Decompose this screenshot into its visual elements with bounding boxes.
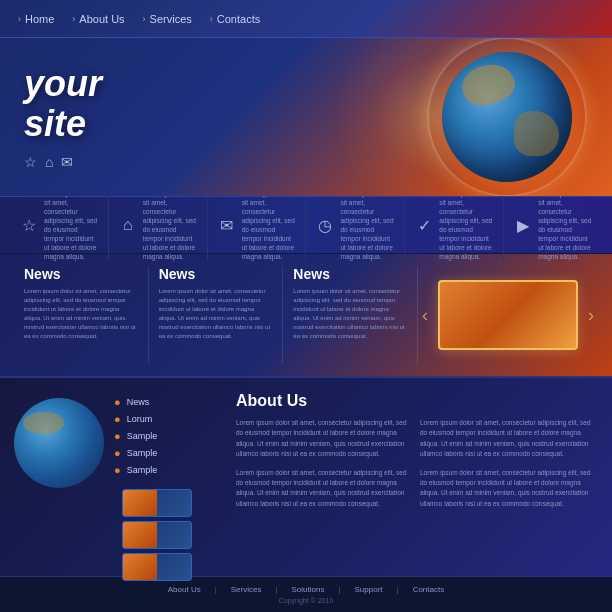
left-panel: ● News ● Lorum ● Sample ● Sample ● Sam — [0, 378, 220, 576]
navigation: › Home › About Us › Services › Contacts — [0, 0, 612, 38]
arrow-right-icon[interactable]: › — [588, 305, 594, 326]
circle-globe — [14, 398, 104, 488]
chevron-icon: › — [143, 14, 146, 24]
footer-link-about[interactable]: About Us — [168, 585, 201, 594]
news-text-2: Lorem ipsum dolor sit amet, consectetur … — [159, 287, 273, 341]
hero-title: your site — [24, 64, 102, 143]
list-item-3[interactable]: ● Sample — [114, 430, 192, 442]
list-item-5[interactable]: ● Sample — [114, 464, 192, 476]
footer-link-contacts[interactable]: Contacts — [413, 585, 445, 594]
about-text-4: Lorem ipsum dolor sit amet, consectetur … — [420, 468, 596, 510]
bullet-icon: ● — [114, 430, 121, 442]
footer-links: About Us | Services | Solutions | Suppor… — [168, 585, 444, 594]
list-item-2[interactable]: ● Lorum — [114, 413, 192, 425]
mini-thumb-1 — [122, 489, 192, 517]
feature-mail: ✉ Lorem ipsum dolor sit amet, consectetu… — [208, 189, 307, 262]
list-item-1[interactable]: ● News — [114, 396, 192, 408]
left-circle-area: ● News ● Lorum ● Sample ● Sample ● Sam — [14, 388, 206, 581]
nav-services[interactable]: › Services — [143, 13, 192, 25]
news-text-1: Lorem ipsum dolor sit amet, consectetur … — [24, 287, 138, 341]
bullet-icon: ● — [114, 464, 121, 476]
feature-home: ⌂ Lorem ipsum dolor sit amet, consectetu… — [109, 189, 208, 262]
hero-section: your site ☆ ⌂ ✉ — [0, 38, 612, 196]
about-text-2: Lorem ipsum dolor sit amet, consectetur … — [420, 418, 596, 460]
news-col-2: News Lorem ipsum dolor sit amet, consect… — [149, 266, 284, 364]
about-content: Lorem ipsum dolor sit amet, consectetur … — [236, 418, 596, 509]
feature-text-5: Lorem ipsum dolor sit amet, consectetur … — [439, 189, 493, 262]
mini-thumb-2 — [122, 521, 192, 549]
feature-text-1: Lorem ipsum dolor sit amet, consectetur … — [44, 189, 98, 262]
hero-content: your site ☆ ⌂ ✉ — [24, 64, 102, 169]
left-nav-list: ● News ● Lorum ● Sample ● Sample ● Sam — [114, 388, 192, 581]
nav-about[interactable]: › About Us — [72, 13, 124, 25]
bullet-icon: ● — [114, 447, 121, 459]
feature-clock: ◷ Lorem ipsum dolor sit amet, consectetu… — [306, 189, 405, 262]
news-col-3: News Lorem ipsum dolor sit amet, consect… — [283, 266, 418, 364]
footer-link-services[interactable]: Services — [231, 585, 262, 594]
bullet-icon: ● — [114, 413, 121, 425]
news-featured-card — [438, 280, 578, 350]
news-title-1: News — [24, 266, 138, 282]
feature-text-4: Lorem ipsum dolor sit amet, consectetur … — [340, 189, 394, 262]
nav-services-label: Services — [150, 13, 192, 25]
check-icon: ✓ — [415, 216, 433, 235]
about-text-3: Lorem ipsum dolor sit amet, consectetur … — [236, 468, 412, 510]
mail-icon: ✉ — [61, 154, 73, 170]
footer-link-support[interactable]: Support — [355, 585, 383, 594]
home-icon: ⌂ — [119, 216, 137, 234]
globe-container — [442, 52, 572, 182]
nav-contacts[interactable]: › Contacts — [210, 13, 260, 25]
news-col-1: News Lorem ipsum dolor sit amet, consect… — [14, 266, 149, 364]
about-panel: About Us Lorem ipsum dolor sit amet, con… — [220, 378, 612, 576]
nav-home[interactable]: › Home — [18, 13, 54, 25]
hero-icon-row: ☆ ⌂ ✉ — [24, 154, 102, 170]
news-text-3: Lorem ipsum dolor sit amet, consectetur … — [293, 287, 407, 341]
globe — [442, 52, 572, 182]
chevron-icon: › — [18, 14, 21, 24]
news-section: News Lorem ipsum dolor sit amet, consect… — [0, 254, 612, 376]
features-bar: ☆ Lorem ipsum dolor sit amet, consectetu… — [0, 196, 612, 254]
star-icon: ☆ — [24, 154, 37, 170]
feature-check: ✓ Lorem ipsum dolor sit amet, consectetu… — [405, 189, 504, 262]
arrow-left-icon[interactable]: ‹ — [422, 305, 428, 326]
footer-link-solutions[interactable]: Solutions — [292, 585, 325, 594]
chevron-icon: › — [72, 14, 75, 24]
feature-play: ▶ Lorem ipsum dolor sit amet, consectetu… — [504, 189, 602, 262]
list-item-4[interactable]: ● Sample — [114, 447, 192, 459]
mail-icon: ✉ — [218, 216, 236, 235]
bottom-section: ● News ● Lorum ● Sample ● Sample ● Sam — [0, 376, 612, 576]
nav-contacts-label: Contacts — [217, 13, 260, 25]
feature-star: ☆ Lorem ipsum dolor sit amet, consectetu… — [10, 189, 109, 262]
chevron-icon: › — [210, 14, 213, 24]
about-text-1: Lorem ipsum dolor sit amet, consectetur … — [236, 418, 412, 460]
news-title-2: News — [159, 266, 273, 282]
about-title: About Us — [236, 392, 596, 410]
play-icon: ▶ — [514, 216, 532, 235]
news-card-area: ‹ › — [418, 266, 598, 364]
nav-home-label: Home — [25, 13, 54, 25]
feature-text-2: Lorem ipsum dolor sit amet, consectetur … — [143, 189, 197, 262]
home-icon: ⌂ — [45, 154, 53, 170]
star-icon: ☆ — [20, 216, 38, 235]
bullet-icon: ● — [114, 396, 121, 408]
mini-thumbnails — [114, 489, 192, 581]
feature-text-3: Lorem ipsum dolor sit amet, consectetur … — [242, 189, 296, 262]
nav-about-label: About Us — [79, 13, 124, 25]
feature-text-6: Lorem ipsum dolor sit amet, consectetur … — [538, 189, 592, 262]
clock-icon: ◷ — [316, 216, 334, 235]
footer: About Us | Services | Solutions | Suppor… — [0, 576, 612, 612]
mini-thumb-3 — [122, 553, 192, 581]
news-title-3: News — [293, 266, 407, 282]
footer-copyright: Copyright © 2010 — [279, 597, 334, 604]
